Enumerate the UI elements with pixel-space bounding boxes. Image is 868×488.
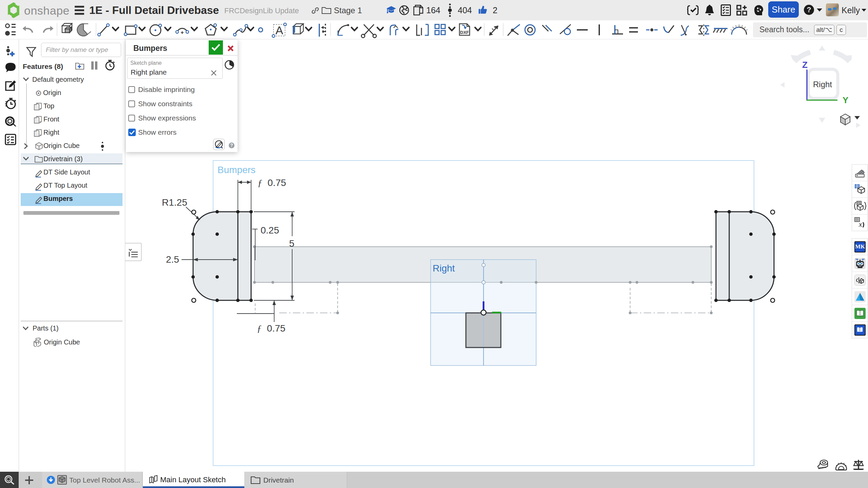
svg-text:Right: Right xyxy=(433,263,455,274)
svg-text:Bumpers: Bumpers xyxy=(218,165,256,175)
svg-text:ƒ 0.75: ƒ 0.75 xyxy=(257,323,285,334)
svg-text:DXF: DXF xyxy=(460,30,469,35)
svg-text:ƒ 0.75: ƒ 0.75 xyxy=(258,177,286,188)
svg-text:R1.25: R1.25 xyxy=(162,197,187,208)
svg-text:?: ? xyxy=(807,5,811,14)
svg-text:Y: Y xyxy=(843,95,848,105)
svg-text:Z: Z xyxy=(802,60,808,70)
svg-text:x: x xyxy=(858,220,862,228)
svg-text:Right: Right xyxy=(813,80,832,89)
svg-text:2.5: 2.5 xyxy=(166,254,179,265)
svg-text:5: 5 xyxy=(289,238,295,249)
svg-text:0.25: 0.25 xyxy=(261,225,279,236)
svg-text:A: A xyxy=(276,24,283,37)
